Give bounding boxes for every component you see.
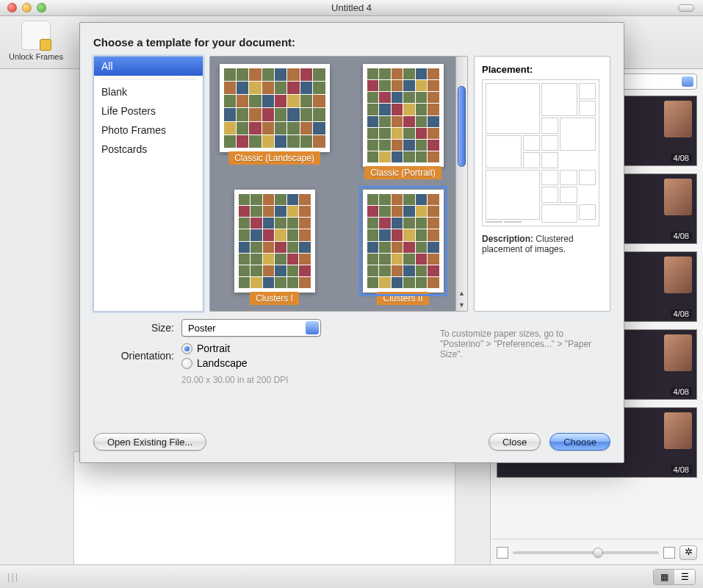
size-select[interactable]: Poster <box>181 319 321 337</box>
photo-date: 4/08 <box>671 309 692 318</box>
view-mode-toggle[interactable]: ▦ ☰ <box>653 569 696 585</box>
large-thumb-icon[interactable] <box>663 547 675 559</box>
size-label: Size: <box>93 322 174 334</box>
template-label: Classic (Portrait) <box>364 166 441 179</box>
template-gallery: Classic (Landscape) Classic (Portrait) C… <box>209 56 468 312</box>
thumbnail-size-slider[interactable] <box>513 551 659 554</box>
template-category-list: All Blank Life Posters Photo Frames Post… <box>93 56 203 312</box>
radio-label: Portrait <box>197 343 230 354</box>
radio-icon <box>181 343 192 354</box>
placement-preview <box>482 79 599 226</box>
gear-menu-button[interactable]: ✲ <box>679 545 697 560</box>
open-existing-file-button[interactable]: Open Existing File... <box>93 433 206 451</box>
category-postcards[interactable]: Postcards <box>94 140 203 159</box>
orientation-radio-group: Portrait Landscape <box>181 343 321 369</box>
size-value: Poster <box>188 323 216 334</box>
scroll-up-arrow[interactable]: ▲ <box>456 287 467 299</box>
template-thumbnail <box>234 190 315 293</box>
close-button[interactable]: Close <box>489 433 541 451</box>
category-blank[interactable]: Blank <box>94 82 203 101</box>
photo-date: 4/08 <box>671 387 692 396</box>
resize-grip[interactable]: ||| <box>7 571 19 582</box>
template-label: Classic (Landscape) <box>228 151 320 165</box>
description-label: Description: <box>482 234 533 244</box>
gallery-scrollbar[interactable]: ▲ ▼ <box>455 57 467 311</box>
sheet-button-row: Open Existing File... Close Choose <box>93 433 610 451</box>
radio-icon <box>181 358 192 369</box>
template-classic-landscape[interactable]: Classic (Landscape) <box>217 64 331 179</box>
list-view-icon[interactable]: ☰ <box>674 570 695 584</box>
window-title: Untitled 4 <box>0 2 703 13</box>
placement-label: Placement: <box>482 64 602 75</box>
orientation-portrait-radio[interactable]: Portrait <box>181 343 321 354</box>
window-footer: ||| ▦ ☰ <box>0 564 703 588</box>
sheet-heading: Choose a template for your document: <box>93 36 610 49</box>
grid-view-icon[interactable]: ▦ <box>654 570 674 584</box>
frames-icon <box>21 21 51 50</box>
scrollbar-thumb[interactable] <box>458 86 466 167</box>
paper-size-hint: To customize paper sizes, go to "Posteri… <box>440 329 602 359</box>
radio-label: Landscape <box>197 357 248 369</box>
template-description: Description: Clustered placement of imag… <box>482 234 602 254</box>
slider-handle[interactable] <box>593 548 603 558</box>
template-thumbnail <box>363 64 444 167</box>
template-clusters-1[interactable]: Clusters I <box>217 190 331 305</box>
template-clusters-2[interactable]: Clusters II <box>346 190 460 305</box>
unlock-frames-label: Unlock Frames <box>9 52 63 61</box>
photo-date: 4/08 <box>671 154 692 162</box>
orientation-label: Orientation: <box>93 350 174 362</box>
category-photo-frames[interactable]: Photo Frames <box>94 121 203 140</box>
template-chooser-sheet: Choose a template for your document: All… <box>79 22 624 463</box>
separator <box>100 79 197 79</box>
category-life-posters[interactable]: Life Posters <box>94 101 203 121</box>
photo-date: 4/08 <box>671 232 692 240</box>
choose-button[interactable]: Choose <box>549 433 610 451</box>
dimensions-hint: 20.00 x 30.00 in at 200 DPI <box>181 375 610 385</box>
template-classic-portrait[interactable]: Classic (Portrait) <box>346 64 460 179</box>
template-label: Clusters I <box>250 292 299 305</box>
orientation-landscape-radio[interactable]: Landscape <box>181 357 321 369</box>
small-thumb-icon[interactable] <box>497 547 508 559</box>
unlock-frames-button[interactable]: Unlock Frames <box>9 21 63 61</box>
scroll-down-arrow[interactable]: ▼ <box>456 299 467 311</box>
toolbar-pill-button[interactable] <box>678 4 694 12</box>
window-titlebar: Untitled 4 <box>0 0 703 16</box>
template-label: Clusters II <box>377 292 428 305</box>
template-thumbnail <box>363 190 444 293</box>
template-thumbnail <box>220 64 330 152</box>
template-info-panel: Placement: Description: Clustered placem… <box>474 56 610 312</box>
lock-icon <box>40 39 51 51</box>
photo-date: 4/08 <box>671 465 692 474</box>
category-all[interactable]: All <box>94 57 203 76</box>
